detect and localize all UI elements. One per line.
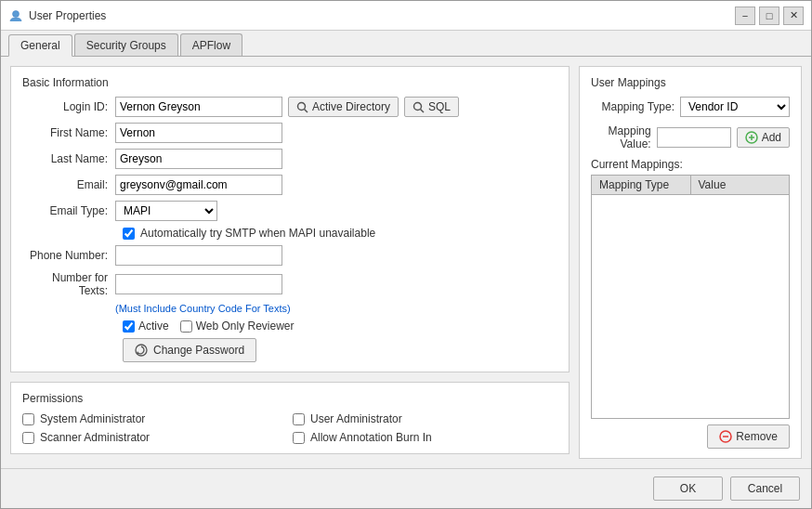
active-label: Active [138, 320, 169, 333]
user-mappings-section: User Mappings Mapping Type: Vendor ID Em… [579, 66, 802, 459]
texts-label: Number for Texts: [22, 271, 115, 297]
remove-circle-icon [719, 430, 732, 443]
change-password-button[interactable]: Change Password [123, 338, 256, 362]
email-label: Email: [22, 178, 115, 191]
phone-label: Phone Number: [22, 249, 115, 262]
current-mappings-label: Current Mappings: [591, 158, 790, 171]
left-panel: Basic Information Login ID: Active Direc… [10, 66, 570, 459]
tab-apflow[interactable]: APFlow [180, 33, 242, 56]
email-input[interactable] [115, 175, 282, 195]
last-name-label: Last Name: [22, 152, 115, 165]
mapping-type-select[interactable]: Vendor ID Employee ID Customer ID [680, 97, 790, 117]
col-mapping-type: Mapping Type [592, 176, 690, 194]
last-name-input[interactable] [115, 149, 282, 169]
phone-row: Phone Number: [22, 245, 557, 266]
tab-general[interactable]: General [8, 34, 72, 57]
phone-input[interactable] [115, 245, 282, 266]
refresh-icon [135, 344, 148, 357]
footer: OK Cancel [1, 468, 811, 508]
user-admin-checkbox[interactable] [293, 413, 305, 425]
perm-user-admin: User Administrator [293, 412, 557, 425]
add-mapping-button[interactable]: Add [737, 127, 790, 148]
window: User Properties − □ ✕ General Security G… [0, 0, 812, 509]
perm-scanner-admin: Scanner Administrator [22, 431, 287, 444]
mapping-value-label: Mapping Value: [591, 124, 651, 150]
mapping-value-row: Mapping Value: Add [591, 124, 790, 150]
cancel-button[interactable]: Cancel [730, 476, 800, 501]
svg-point-3 [414, 102, 422, 110]
email-type-select[interactable]: MAPI SMTP Exchange [115, 201, 217, 221]
ok-button[interactable]: OK [653, 476, 723, 501]
col-value: Value [690, 176, 790, 194]
svg-marker-6 [137, 351, 139, 354]
login-id-label: Login ID: [22, 100, 115, 113]
web-only-item: Web Only Reviewer [180, 320, 295, 333]
texts-row: Number for Texts: [22, 271, 557, 297]
search-icon-sql [413, 101, 425, 113]
country-code-row: (Must Include Country Code For Texts) [22, 303, 557, 314]
title-controls: − □ ✕ [735, 7, 804, 25]
maximize-button[interactable]: □ [759, 7, 779, 25]
email-row: Email: [22, 175, 557, 195]
mapping-value-input[interactable] [657, 127, 731, 148]
perm-annotation-burn: Allow Annotation Burn In [293, 431, 557, 444]
mappings-table-header: Mapping Type Value [592, 176, 789, 195]
first-name-label: First Name: [22, 126, 115, 139]
scanner-admin-checkbox[interactable] [22, 432, 34, 444]
active-checkbox[interactable] [123, 320, 135, 333]
permissions-grid: System Administrator User Administrator … [22, 412, 557, 444]
close-button[interactable]: ✕ [783, 7, 804, 25]
window-icon [8, 8, 23, 23]
perm-sys-admin: System Administrator [22, 412, 287, 425]
first-name-row: First Name: [22, 123, 557, 143]
country-code-note: (Must Include Country Code For Texts) [115, 303, 291, 314]
svg-line-4 [421, 109, 425, 112]
annotation-burn-checkbox[interactable] [293, 432, 305, 444]
active-row: Active Web Only Reviewer [123, 320, 557, 333]
search-icon [296, 101, 308, 113]
mapping-type-label: Mapping Type: [591, 100, 674, 113]
smtp-label: Automatically try SMTP when MAPI unavail… [140, 227, 375, 240]
web-only-checkbox[interactable] [180, 320, 192, 333]
svg-point-0 [13, 10, 20, 17]
right-panel: User Mappings Mapping Type: Vendor ID Em… [579, 66, 802, 459]
title-bar-left: User Properties [8, 8, 106, 23]
scanner-admin-label: Scanner Administrator [40, 431, 150, 444]
basic-info-title: Basic Information [22, 76, 557, 89]
first-name-input[interactable] [115, 123, 282, 143]
user-mappings-title: User Mappings [591, 76, 790, 89]
last-name-row: Last Name: [22, 149, 557, 169]
title-bar: User Properties − □ ✕ [1, 1, 811, 31]
remove-mapping-button[interactable]: Remove [707, 424, 790, 449]
minimize-button[interactable]: − [735, 7, 755, 25]
mappings-table: Mapping Type Value [591, 175, 790, 419]
user-admin-label: User Administrator [310, 412, 402, 425]
svg-point-1 [298, 102, 306, 110]
tab-security-groups[interactable]: Security Groups [74, 33, 178, 56]
permissions-title: Permissions [22, 392, 557, 405]
login-id-input[interactable] [115, 97, 282, 117]
add-circle-icon [745, 131, 758, 144]
web-only-label: Web Only Reviewer [196, 320, 295, 333]
login-id-controls: Active Directory SQL [115, 97, 459, 117]
sys-admin-checkbox[interactable] [22, 413, 34, 425]
tab-bar: General Security Groups APFlow [1, 31, 811, 57]
svg-line-2 [305, 109, 308, 112]
active-item: Active [123, 320, 169, 333]
main-content: Basic Information Login ID: Active Direc… [1, 57, 811, 468]
smtp-checkbox[interactable] [123, 228, 135, 240]
mapping-type-row: Mapping Type: Vendor ID Employee ID Cust… [591, 97, 790, 117]
active-directory-button[interactable]: Active Directory [288, 97, 399, 117]
texts-input[interactable] [115, 274, 282, 294]
smtp-checkbox-row: Automatically try SMTP when MAPI unavail… [123, 227, 557, 240]
sys-admin-label: System Administrator [40, 412, 145, 425]
email-type-label: Email Type: [22, 204, 115, 217]
login-id-row: Login ID: Active Directory [22, 97, 557, 117]
sql-button[interactable]: SQL [404, 97, 459, 117]
window-title: User Properties [29, 9, 106, 22]
permissions-section: Permissions System Administrator User Ad… [10, 382, 570, 454]
email-type-row: Email Type: MAPI SMTP Exchange [22, 201, 557, 221]
annotation-burn-label: Allow Annotation Burn In [310, 431, 432, 444]
basic-info-section: Basic Information Login ID: Active Direc… [10, 66, 570, 372]
